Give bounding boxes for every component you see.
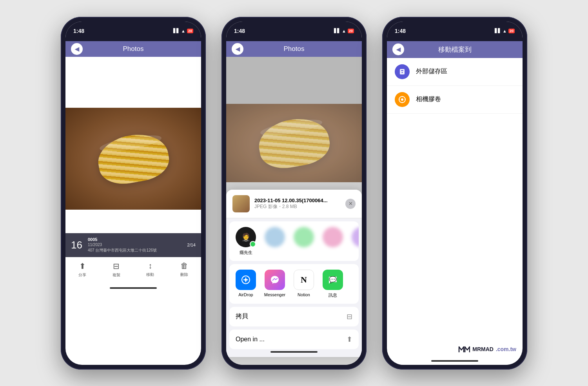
photo-top-space (65, 57, 201, 108)
photo-metadata-1: 16 0005 11/2023 407 台灣臺中市西屯區大墩二十街126號 2/… (65, 233, 201, 257)
share-filename: 2023-11-05 12.00.35(1700064... (254, 198, 341, 203)
move-label: 移動 (146, 272, 154, 277)
home-indicator-3 (387, 357, 523, 365)
status-time-2: 1:48 (234, 28, 245, 34)
share-close-button[interactable]: ✕ (345, 199, 356, 209)
contacts-row: 🤵 癮先生 (229, 221, 359, 261)
app-share-notion[interactable]: N Notion (292, 270, 316, 298)
share-action-copy[interactable]: 拷貝 ⊟ (229, 307, 359, 326)
fries-visual (94, 129, 172, 188)
photo-number: 16 (71, 239, 82, 251)
apps-row: AirDrop Messenger (229, 264, 359, 304)
back-button-2[interactable]: ◀ (232, 43, 243, 55)
food-photo-1[interactable] (65, 108, 201, 210)
blurred-avatar-4 (352, 227, 359, 247)
move-icon: ↕ (148, 261, 152, 270)
svg-rect-2 (400, 69, 405, 74)
status-time-3: 1:48 (395, 28, 406, 34)
dimmed-photo-area: 2023-11-05 12.00.35(1700064... JPEG 影像・2… (226, 57, 362, 365)
back-arrow-icon-1: ◀ (75, 46, 79, 52)
airdrop-icon (236, 270, 256, 290)
photo-date: 11/2023 (88, 243, 157, 247)
contact-item-blur-1[interactable] (263, 227, 287, 256)
open-action-icon: ⬆ (347, 335, 352, 344)
share-file-header: 2023-11-05 12.00.35(1700064... JPEG 影像・2… (226, 190, 362, 218)
toolbar-move[interactable]: ↕ 移動 (146, 261, 154, 277)
delete-icon: 🗑 (180, 261, 188, 270)
status-time-1: 1:48 (73, 28, 84, 34)
share-icon: ⬆ (79, 261, 86, 271)
share-thumbnail (232, 195, 250, 212)
toolbar-share[interactable]: ⬆ 分享 (78, 261, 86, 278)
messenger-icon (265, 270, 285, 290)
back-button-1[interactable]: ◀ (71, 43, 83, 55)
move-destination-camera-roll[interactable]: 相機膠卷 (387, 86, 523, 114)
svg-point-4 (402, 72, 403, 73)
phone-1: 1:48 ▋▋ ▲ 20 ◀ Photos (61, 17, 206, 370)
page-title-3: 移動檔案到 (438, 45, 472, 54)
messages-label: 訊息 (328, 292, 337, 298)
signal-icon-2: ▋▋ (334, 28, 340, 33)
photo-address: 407 台灣臺中市西屯區大墩二十街126號 (88, 248, 157, 253)
contact-item-main[interactable]: 🤵 癮先生 (234, 227, 258, 256)
blurred-avatar-1 (265, 227, 285, 247)
copy-action-icon: ⊟ (347, 312, 352, 321)
blurred-avatar-3 (323, 227, 343, 247)
bottom-toolbar-1: ⬆ 分享 ⊟ 複製 ↕ 移動 🗑 刪除 (65, 257, 201, 284)
phone-3: 1:48 ▋▋ ▲ 20 ◀ 移動檔案到 (382, 17, 527, 370)
app-header-2: ◀ Photos (226, 41, 362, 57)
status-icons-3: ▋▋ ▲ 20 (495, 28, 515, 33)
watermark-domain: .com.tw (496, 346, 516, 352)
delete-label: 刪除 (180, 272, 188, 277)
app-header-3: ◀ 移動檔案到 (387, 41, 523, 58)
external-storage-label: 外部儲存區 (416, 67, 447, 76)
app-share-messenger[interactable]: Messenger (263, 270, 287, 298)
move-destinations-list: 外部儲存區 相機膠卷 (387, 58, 523, 341)
contact-item-blur-2[interactable] (292, 227, 316, 256)
toolbar-delete[interactable]: 🗑 刪除 (180, 261, 188, 277)
notion-icon: N (294, 270, 314, 290)
battery-3: 20 (508, 29, 515, 33)
app-share-messages[interactable]: 💬 訊息 (321, 270, 345, 298)
status-icons-2: ▋▋ ▲ 20 (334, 28, 354, 33)
online-indicator (250, 241, 256, 247)
home-indicator-1 (65, 284, 201, 292)
phone-2: 1:48 ▋▋ ▲ 20 ◀ Photos (221, 17, 367, 370)
photo-counter: 2/14 (187, 243, 196, 247)
copy-icon: ⊟ (113, 261, 120, 271)
back-button-3[interactable]: ◀ (392, 43, 404, 55)
copy-action-label: 拷貝 (236, 312, 248, 321)
share-label: 分享 (78, 272, 86, 278)
photo-bottom-space (65, 210, 201, 233)
status-icons-1: ▋▋ ▲ 20 (173, 28, 193, 33)
camera-roll-icon (395, 92, 410, 107)
contact-item-blur-3[interactable] (321, 227, 345, 256)
wifi-icon-1: ▲ (181, 29, 185, 33)
contact-avatar-main: 🤵 (236, 227, 256, 247)
contact-name-main: 癮先生 (240, 250, 252, 256)
external-storage-icon (395, 64, 410, 79)
back-arrow-icon-2: ◀ (236, 46, 240, 52)
watermark-area: MRMAD.com.tw (387, 341, 523, 357)
share-action-open[interactable]: Open in ... ⬆ (229, 330, 359, 349)
page-title-1: Photos (123, 45, 144, 53)
messages-icon: 💬 (323, 270, 343, 290)
share-sheet: 2023-11-05 12.00.35(1700064... JPEG 影像・2… (226, 190, 362, 357)
airdrop-label: AirDrop (238, 292, 253, 297)
toolbar-copy[interactable]: ⊟ 複製 (113, 261, 120, 278)
notion-label: Notion (298, 292, 310, 297)
svg-point-6 (401, 98, 403, 101)
battery-2: 20 (348, 29, 354, 33)
contact-item-blur-4[interactable] (350, 227, 359, 256)
share-filetype: JPEG 影像・2.8 MB (254, 203, 341, 210)
copy-label: 複製 (113, 272, 120, 278)
battery-1: 20 (187, 29, 193, 33)
page-title-2: Photos (284, 45, 305, 53)
move-destination-external[interactable]: 外部儲存區 (387, 58, 523, 86)
watermark-mrmad: MRMAD (472, 346, 494, 352)
app-share-airdrop[interactable]: AirDrop (234, 270, 258, 298)
photo-view-1: 16 0005 11/2023 407 台灣臺中市西屯區大墩二十街126號 2/… (65, 57, 201, 365)
photo-id: 0005 (88, 237, 157, 242)
svg-rect-3 (401, 70, 403, 71)
signal-icon-3: ▋▋ (495, 28, 501, 33)
